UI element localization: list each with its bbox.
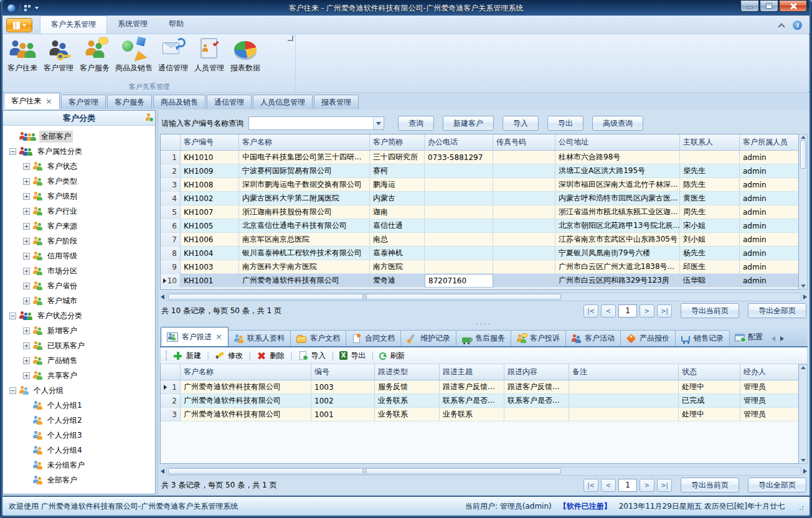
- expand-node-icon[interactable]: +: [23, 298, 30, 304]
- vertical-scrollbar[interactable]: [799, 134, 808, 290]
- column-header[interactable]: 客户所属人员: [740, 134, 799, 151]
- ribbon-button-3[interactable]: 商品及销售: [113, 35, 155, 75]
- doc-tab-2[interactable]: 客户服务: [107, 95, 152, 109]
- page-number-input[interactable]: 1: [618, 479, 637, 492]
- ribbon-button-2[interactable]: 客户服务: [77, 35, 113, 75]
- tree-item[interactable]: +客户阶段: [6, 233, 155, 248]
- doc-tab-6[interactable]: 报表管理: [314, 95, 359, 109]
- delete-record-button[interactable]: 删除: [257, 351, 285, 361]
- detail-tab-9[interactable]: 销售记录: [676, 330, 730, 346]
- detail-tab-3[interactable]: 合同文档: [346, 330, 401, 346]
- tree-item[interactable]: −客户属性分类: [6, 144, 155, 159]
- advanced-query-button[interactable]: 高级查询: [592, 116, 643, 131]
- column-header[interactable]: 状态: [679, 364, 740, 380]
- table-row[interactable]: 1广州爱奇迪软件科技有限公司1003服务反馈跟进客户反馈...跟进客户反馈...…: [161, 380, 799, 394]
- column-header[interactable]: 备注: [569, 364, 679, 380]
- first-page-button[interactable]: |<: [583, 479, 598, 492]
- close-tab-icon[interactable]: ×: [45, 98, 52, 105]
- maximize-button[interactable]: [760, 1, 778, 12]
- tree-item[interactable]: +客户状态: [6, 159, 155, 174]
- tree-item[interactable]: +已联系客户: [6, 338, 155, 353]
- expand-node-icon[interactable]: +: [23, 268, 30, 275]
- tree-item[interactable]: 个人分组2: [6, 413, 155, 428]
- help-info-icon[interactable]: i: [793, 21, 802, 30]
- layout-icon[interactable]: [24, 5, 31, 12]
- last-page-button[interactable]: >|: [657, 304, 672, 318]
- expand-node-icon[interactable]: +: [23, 327, 30, 334]
- column-header[interactable]: 客户简称: [370, 134, 425, 151]
- tree-item[interactable]: +客户城市: [6, 293, 155, 308]
- ribbon-button-4[interactable]: 通信管理: [155, 35, 191, 75]
- expand-node-icon[interactable]: +: [23, 253, 30, 260]
- detail-tab-1[interactable]: 联系人资料: [229, 330, 291, 346]
- detail-tab-0[interactable]: 客户跟进×: [161, 327, 229, 346]
- detail-tab-8[interactable]: 产品报价: [621, 330, 676, 346]
- detail-tab-6[interactable]: 客户投诉: [511, 330, 566, 346]
- scroll-up-icon[interactable]: [801, 366, 806, 369]
- minimize-button[interactable]: [740, 1, 759, 12]
- table-row[interactable]: 4KH1002内蒙古医科大学第二附属医院内蒙古内蒙古呼和浩特市回民区内蒙古医..…: [161, 192, 799, 205]
- detail-tab-7[interactable]: 客户活动: [566, 330, 621, 346]
- column-header[interactable]: 办公电话: [425, 134, 493, 151]
- ribbon-button-1[interactable]: 客户管理: [40, 35, 77, 75]
- table-row[interactable]: 5KH1007浙江迦南科技股份有限公司迦南浙江省温州市瓯北镇东瓯工业区迦...周…: [161, 205, 799, 219]
- combo-dropdown-button[interactable]: [373, 117, 384, 130]
- expand-node-icon[interactable]: +: [23, 193, 30, 200]
- next-page-button[interactable]: >: [640, 479, 654, 492]
- expand-node-icon[interactable]: +: [23, 163, 30, 170]
- scrollbar-thumb[interactable]: [168, 468, 561, 474]
- ribbon-button-0[interactable]: 客户往来: [4, 35, 40, 75]
- column-header[interactable]: 跟进类型: [375, 364, 440, 380]
- close-tab-icon[interactable]: ×: [215, 334, 222, 340]
- doc-tab-3[interactable]: 商品及销售: [153, 95, 205, 109]
- scrollbar-thumb[interactable]: [800, 140, 806, 169]
- ribbon-tab-1[interactable]: 系统管理: [107, 16, 158, 34]
- column-header[interactable]: 主联系人: [680, 134, 740, 151]
- expand-node-icon[interactable]: +: [23, 342, 30, 349]
- scroll-up-icon[interactable]: [801, 136, 806, 139]
- export-records-button[interactable]: X导出: [339, 351, 366, 361]
- tree-item[interactable]: +产品销售: [6, 353, 155, 368]
- tree-item[interactable]: +客户省份: [6, 278, 155, 293]
- tab-scroll-right-icon[interactable]: [780, 336, 784, 341]
- detail-tab-4[interactable]: 维护记录: [401, 330, 456, 346]
- table-row[interactable]: 1KH1010中国电子科技集团公司第三十四研...三十四研究所0733-5881…: [161, 151, 799, 164]
- application-menu-button[interactable]: [6, 18, 32, 32]
- app-logo-icon[interactable]: [7, 4, 16, 13]
- tree-item[interactable]: 未分组客户: [6, 458, 155, 473]
- scroll-left-icon[interactable]: [161, 294, 164, 299]
- dialog-launcher-icon[interactable]: [288, 35, 293, 41]
- prev-page-button[interactable]: <: [601, 304, 616, 318]
- doc-tab-0[interactable]: 客户往来×: [4, 93, 60, 109]
- tree-item[interactable]: 全部客户: [6, 129, 155, 144]
- collapse-node-icon[interactable]: −: [9, 387, 16, 394]
- manage-category-icon[interactable]: [146, 113, 151, 122]
- collapse-node-icon[interactable]: −: [9, 148, 16, 155]
- column-header[interactable]: 客户编号: [181, 134, 239, 151]
- expand-node-icon[interactable]: +: [23, 178, 30, 185]
- license-registered-link[interactable]: 【软件已注册】: [559, 501, 611, 512]
- table-row[interactable]: 7KH1006南京军区南京总医院南总江苏省南京市玄武区中山东路305号刘小姐ad…: [161, 233, 799, 247]
- last-page-button[interactable]: >|: [657, 479, 672, 492]
- tree-item[interactable]: +客户来源: [6, 219, 155, 233]
- new-customer-button[interactable]: 新建客户: [443, 116, 494, 131]
- next-page-button[interactable]: >: [640, 304, 654, 318]
- ribbon-button-6[interactable]: 报表数据: [227, 35, 263, 75]
- first-page-button[interactable]: |<: [583, 304, 598, 318]
- collapse-node-icon[interactable]: −: [9, 313, 16, 319]
- scroll-down-icon[interactable]: [801, 285, 806, 288]
- tree-item[interactable]: −客户状态分类: [6, 308, 155, 323]
- scrollbar-thumb[interactable]: [168, 294, 561, 300]
- export-current-page-button[interactable]: 导出当前页: [681, 478, 739, 492]
- customer-search-input[interactable]: [249, 117, 373, 130]
- export-button[interactable]: 导出: [547, 116, 583, 131]
- scroll-down-icon[interactable]: [801, 459, 806, 462]
- tree-item[interactable]: 全部客户: [6, 473, 155, 487]
- refresh-button[interactable]: 刷新: [379, 351, 405, 361]
- detail-tab-5[interactable]: 售后服务: [456, 330, 511, 346]
- export-all-pages-button[interactable]: 导出全部页: [748, 478, 806, 492]
- tree-item[interactable]: +客户行业: [6, 204, 155, 219]
- scroll-right-icon[interactable]: [803, 469, 807, 474]
- doc-tab-5[interactable]: 人员信息管理: [253, 95, 313, 109]
- table-row[interactable]: 3KH1008深圳市鹏海运电子数据交换有限公司鹏海运深圳市福田区深南大道北竹子林…: [161, 178, 799, 192]
